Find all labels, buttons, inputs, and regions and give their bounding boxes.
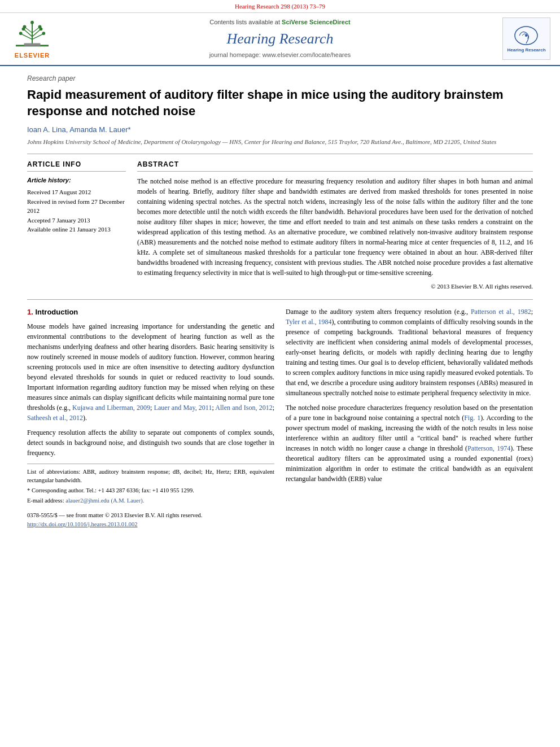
citation-link-satheesh[interactable]: Satheesh et al., 2012 — [27, 414, 83, 422]
elsevier-tree-icon — [12, 18, 52, 51]
elsevier-brand-text: ELSEVIER — [15, 51, 50, 60]
journal-citation: Hearing Research 298 (2013) 73–79 — [235, 3, 325, 10]
doi-link[interactable]: http://dx.doi.org/10.1016/j.heares.2013.… — [27, 521, 138, 527]
citation-fig1[interactable]: Fig. 1 — [464, 414, 480, 422]
abstract-text: The notched noise method is an effective… — [137, 176, 533, 278]
svg-point-8 — [19, 32, 23, 35]
svg-point-12 — [23, 25, 27, 28]
article-type-label: Research paper — [27, 74, 533, 84]
intro-section-number: 1. — [27, 308, 33, 316]
article-title: Rapid measurement of auditory filter sha… — [27, 87, 533, 119]
citation-patterson-1974[interactable]: Patterson, 1974 — [467, 444, 510, 452]
citation-link-kujawa[interactable]: Kujawa and Liberman, 2009 — [72, 404, 150, 412]
svg-point-13 — [38, 25, 42, 28]
journal-info-bar: Hearing Research 298 (2013) 73–79 — [0, 0, 560, 13]
affiliation: Johns Hopkins University School of Medic… — [27, 138, 533, 146]
svg-line-6 — [25, 27, 32, 33]
received-date: Received 17 August 2012 — [27, 187, 126, 197]
bottom-strip: 0378-5955/$ — see front matter © 2013 El… — [27, 511, 274, 530]
abstract-column: ABSTRACT The notched noise method is an … — [137, 160, 533, 291]
intro-section-title: Introduction — [35, 308, 78, 316]
abstract-heading: ABSTRACT — [137, 160, 533, 172]
homepage-url: journal homepage: www.elsevier.com/locat… — [63, 51, 497, 60]
intro-paragraph-2: Frequency resolution affects the ability… — [27, 427, 274, 458]
article-history-heading: Article history: — [27, 176, 126, 185]
svg-line-7 — [32, 27, 40, 33]
footnote-abbreviations: List of abbreviations: ABR, auditory bra… — [27, 468, 274, 486]
footnote-area: List of abbreviations: ABR, auditory bra… — [27, 464, 274, 505]
citation-link-lauer[interactable]: Lauer and May, 2011 — [154, 404, 212, 412]
journal-header: ELSEVIER Contents lists available at Sci… — [0, 13, 560, 66]
body-right-column: Damage to the auditory system alters fre… — [286, 307, 533, 530]
svg-point-10 — [42, 32, 45, 35]
journal-logo-label: Hearing Research — [507, 47, 545, 54]
available-date: Available online 21 January 2013 — [27, 225, 126, 234]
intro-paragraph-1: Mouse models have gained increasing impo… — [27, 321, 274, 423]
elsevier-logo: ELSEVIER — [7, 18, 58, 60]
journal-logo-box: Hearing Research — [502, 18, 550, 60]
citation-link-allen[interactable]: Allen and Ison, 2012 — [215, 404, 272, 412]
article-info-heading: ARTICLE INFO — [27, 160, 126, 172]
accepted-date: Accepted 7 January 2013 — [27, 216, 126, 225]
footnote-corresponding: * Corresponding author. Tel.: +1 443 287… — [27, 486, 274, 495]
citation-tyler-1984[interactable]: Tyler et al., 1984 — [286, 318, 332, 326]
footnote-email-link[interactable]: alauer2@jhmi.edu (A.M. Lauer). — [65, 497, 144, 504]
article-info-column: ARTICLE INFO Article history: Received 1… — [27, 160, 126, 291]
received-revised-date: Received in revised form 27 December 201… — [27, 197, 126, 216]
content-area: Research paper Rapid measurement of audi… — [0, 66, 560, 538]
authors-line: Ioan A. Lina, Amanda M. Lauer* — [27, 125, 533, 136]
article-history-section: Article history: Received 17 August 2012… — [27, 176, 126, 234]
svg-rect-15 — [24, 43, 40, 46]
right-paragraph-1: Damage to the auditory system alters fre… — [286, 307, 533, 398]
journal-title: Hearing Research — [63, 28, 497, 50]
journal-logo-icon — [511, 24, 542, 47]
sciverse-line: Contents lists available at SciVerse Sci… — [63, 18, 497, 27]
copyright-bottom: 0378-5955/$ — see front matter © 2013 El… — [27, 511, 274, 521]
body-section: 1. Introduction Mouse models have gained… — [27, 299, 533, 530]
footnote-email: E-mail address: alauer2@jhmi.edu (A.M. L… — [27, 496, 274, 505]
svg-point-17 — [525, 34, 527, 37]
intro-heading: 1. Introduction — [27, 307, 274, 318]
copyright-line: © 2013 Elsevier B.V. All rights reserved… — [137, 282, 533, 291]
article-info-abstract-section: ARTICLE INFO Article history: Received 1… — [27, 154, 533, 291]
header-center: Contents lists available at SciVerse Sci… — [63, 18, 497, 60]
right-paragraph-2: The notched noise procedure characterize… — [286, 403, 533, 484]
sciverse-link[interactable]: SciVerse ScienceDirect — [282, 19, 351, 25]
authors-text: Ioan A. Lina, Amanda M. Lauer* — [27, 125, 131, 134]
svg-point-14 — [30, 21, 34, 24]
body-left-column: 1. Introduction Mouse models have gained… — [27, 307, 274, 530]
citation-patterson-1982[interactable]: Patterson et al., 1982 — [471, 308, 531, 316]
journal-logo-right: Hearing Research — [502, 18, 553, 60]
